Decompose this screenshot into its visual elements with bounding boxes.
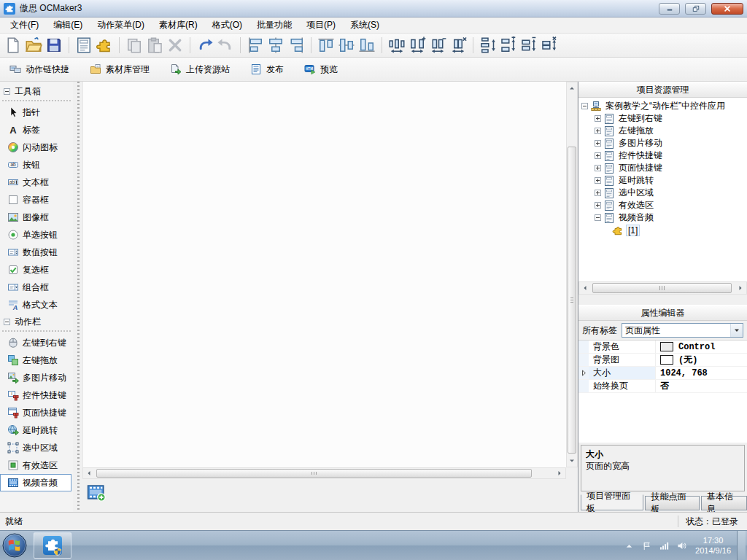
tree-leaf-action[interactable]: [1]	[578, 224, 747, 236]
tool-richtext[interactable]: A格式文本	[0, 296, 73, 314]
upload-resource-button[interactable]: 上传资源站	[163, 60, 236, 79]
tree-horizontal-scrollbar[interactable]	[578, 281, 747, 295]
menu-format[interactable]: 格式(O)	[205, 18, 249, 33]
tool-label[interactable]: A标签	[0, 121, 73, 139]
property-row-backimage[interactable]: 背景图 (无)	[578, 354, 747, 367]
tree-node-page[interactable]: 有效选区	[578, 199, 747, 211]
align-center-button[interactable]	[266, 36, 285, 55]
tool-numeric[interactable]: 数值按钮	[0, 244, 73, 261]
space-h-equal-button[interactable]	[387, 36, 406, 55]
action-center-button[interactable]	[638, 535, 654, 556]
tool-select-area[interactable]: 选中区域	[0, 439, 73, 456]
scroll-right-button[interactable]	[735, 282, 746, 294]
scrollbar-track[interactable]	[591, 282, 735, 294]
close-button[interactable]	[711, 3, 743, 15]
scrollbar-thumb[interactable]	[568, 147, 576, 454]
collapse-icon[interactable]	[4, 319, 10, 325]
network-button[interactable]	[656, 535, 672, 556]
save-button[interactable]	[44, 36, 63, 55]
tool-imagebox[interactable]: 图像框	[0, 209, 73, 226]
tab-skill-points[interactable]: 技能点面板	[645, 496, 700, 510]
tree-node-page[interactable]: 选中区域	[578, 187, 747, 199]
tool-checkbox[interactable]: 复选框	[0, 261, 73, 279]
toolbox-group-header[interactable]: 工具箱	[0, 83, 73, 99]
tree-expand-icon[interactable]	[595, 177, 601, 184]
volume-button[interactable]	[673, 535, 689, 556]
canvas-horizontal-scrollbar[interactable]	[82, 467, 566, 479]
align-bottom-button[interactable]	[357, 36, 376, 55]
tree-expand-icon[interactable]	[595, 202, 601, 209]
tree-root-node[interactable]: 案例教学之“动作栏”中控件应用	[578, 100, 747, 112]
menu-action[interactable]: 动作菜单(D)	[90, 18, 152, 33]
action-chain-button[interactable]: 动作链快捷	[3, 60, 76, 79]
tree-expand-icon[interactable]	[595, 190, 601, 196]
property-value-cell[interactable]: Control	[656, 342, 747, 352]
tree-node-page[interactable]: 页面快捷键	[578, 162, 747, 174]
scrollbar-track[interactable]	[95, 468, 554, 478]
space-h-decrease-button[interactable]	[428, 36, 447, 55]
tree-expand-icon[interactable]	[595, 115, 601, 122]
align-right-button[interactable]	[287, 36, 306, 55]
menu-project[interactable]: 项目(P)	[299, 18, 343, 33]
tab-project-management[interactable]: 项目管理面板	[581, 494, 643, 510]
tool-delay-jump[interactable]: 延时跳转	[0, 421, 73, 439]
taskbar-app-button[interactable]	[34, 532, 71, 559]
tool-page-hotkey[interactable]: 页面快捷键	[0, 404, 73, 421]
tree-node-page[interactable]: 多图片移动	[578, 137, 747, 149]
scroll-up-button[interactable]	[567, 82, 577, 94]
material-library-button[interactable]: 素材库管理	[83, 60, 156, 79]
tool-container[interactable]: 容器框	[0, 191, 73, 209]
space-v-remove-button[interactable]	[540, 36, 559, 55]
tool-pointer[interactable]: 指针	[0, 104, 73, 121]
tool-left-to-right-key[interactable]: 左键到右键	[0, 334, 73, 351]
new-document-button[interactable]	[4, 36, 23, 55]
tree-node-page[interactable]: 延时跳转	[578, 174, 747, 187]
tree-expand-icon[interactable]	[595, 140, 601, 147]
menu-batch[interactable]: 批量功能	[249, 18, 299, 33]
tree-node-page[interactable]: 左键到右键	[578, 112, 747, 125]
actionbar-group-header[interactable]: 动作栏	[0, 314, 73, 330]
align-left-button[interactable]	[246, 36, 265, 55]
space-h-increase-button[interactable]	[408, 36, 427, 55]
sidebar-splitter[interactable]	[73, 82, 82, 512]
delete-button[interactable]	[166, 36, 185, 55]
tool-button[interactable]: ab按钮	[0, 156, 73, 174]
paste-button[interactable]	[145, 36, 164, 55]
tool-drag-drop[interactable]: 左键拖放	[0, 351, 73, 369]
space-v-increase-button[interactable]	[499, 36, 518, 55]
scrollbar-thumb[interactable]	[592, 283, 732, 293]
tree-node-page[interactable]: 左键拖放	[578, 125, 747, 137]
minimize-button[interactable]	[659, 3, 680, 15]
tree-node-page[interactable]: 视频音频	[578, 211, 747, 224]
page-form-button[interactable]	[74, 36, 93, 55]
tab-basic-info[interactable]: 基本信息	[701, 496, 747, 510]
scroll-left-button[interactable]	[83, 468, 95, 478]
canvas-vertical-scrollbar[interactable]	[566, 82, 578, 467]
redo-button[interactable]	[216, 36, 235, 55]
menu-material[interactable]: 素材库(R)	[152, 18, 205, 33]
scrollbar-thumb[interactable]	[96, 469, 532, 478]
tool-flash-icon[interactable]: 闪动图标	[0, 139, 73, 156]
scroll-left-button[interactable]	[579, 282, 591, 294]
start-button[interactable]	[0, 531, 29, 560]
collapse-icon[interactable]	[4, 88, 10, 95]
tool-multi-image-move[interactable]: 多图片移动	[0, 369, 73, 386]
space-h-remove-button[interactable]	[449, 36, 468, 55]
property-row-size[interactable]: 大小 1024, 768	[578, 367, 747, 380]
chevron-down-icon[interactable]	[730, 324, 743, 337]
tool-radio[interactable]: 单选按钮	[0, 226, 73, 244]
scrollbar-track[interactable]	[567, 94, 577, 455]
publish-button[interactable]: 发布	[244, 60, 290, 79]
restore-button[interactable]	[685, 3, 706, 15]
tool-combobox[interactable]: 组合框	[0, 279, 73, 296]
space-v-decrease-button[interactable]	[519, 36, 538, 55]
show-hidden-icons-button[interactable]	[621, 535, 637, 556]
tool-control-hotkey[interactable]: I控件快捷键	[0, 386, 73, 404]
tag-dropdown[interactable]: 页面属性	[622, 323, 743, 338]
menu-system[interactable]: 系统(S)	[343, 18, 387, 33]
taskbar-clock[interactable]: 17:30 2014/9/16	[691, 535, 735, 556]
expand-right-icon[interactable]	[581, 370, 587, 376]
property-value-cell[interactable]: (无)	[656, 354, 747, 366]
tool-valid-area[interactable]: 有效选区	[0, 456, 73, 474]
preview-button[interactable]: HTM 预览	[298, 60, 344, 79]
